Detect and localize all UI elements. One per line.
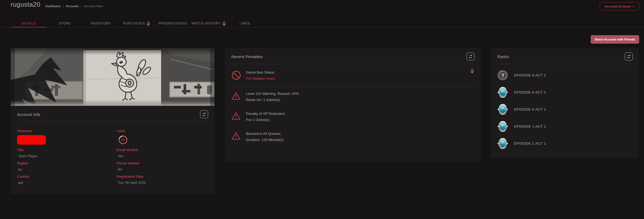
- account-field: Title Team Player: [17, 148, 109, 158]
- game-ban-status-label: Game Ban Status: [246, 70, 275, 74]
- tab-inventory[interactable]: INVENTORY: [83, 20, 119, 27]
- penalty-line2: For 1 Game(s).: [246, 118, 285, 122]
- tab-purchases[interactable]: PURCHASES: [119, 20, 155, 27]
- breadcrumb-accounts[interactable]: Accounts: [66, 5, 78, 8]
- rank-badge-icon: [497, 121, 508, 132]
- field-label: Title: [17, 148, 109, 152]
- tab-label: DETAILS: [21, 22, 36, 25]
- ranks-title: Ranks: [497, 54, 509, 59]
- field-label: Country: [17, 175, 109, 179]
- tab-label: PURCHASES: [123, 22, 145, 25]
- field-label: Phone Verified: [117, 161, 208, 165]
- rank-badge-icon: [497, 138, 508, 149]
- account-actions-label: Account Actions: [605, 5, 631, 8]
- tab-label: INVENTORY: [90, 22, 111, 25]
- field-value: No: [117, 167, 208, 171]
- account-field: Nickname: [17, 129, 109, 145]
- svg-text:?: ?: [501, 73, 504, 78]
- tab-label: STORE: [59, 22, 71, 25]
- rank-row: EPISODE 6 ACT 2: [497, 87, 633, 98]
- warning-triangle-icon: [231, 112, 241, 120]
- field-value: eu: [17, 167, 109, 171]
- field-value: aut: [17, 181, 109, 185]
- penalty-line2: Duration: 120 Minute(s): [246, 138, 284, 142]
- page-title: rugusta20: [11, 1, 40, 8]
- recent-penalties-title: Recent Penalties: [231, 54, 263, 59]
- flame-icon: [470, 68, 474, 74]
- redacted-nickname-value: [17, 135, 46, 145]
- recent-penalties-card: Recent Penalties Game Ban Status For Rad…: [225, 48, 481, 162]
- breadcrumb: Dashboard | Accounts | Account View: [45, 5, 103, 8]
- tab-details[interactable]: DETAILS: [11, 20, 47, 27]
- field-value: Tue 7th April 2020: [117, 181, 208, 185]
- account-field: Phone Verified No: [117, 161, 208, 171]
- rooster-poster-banner-art: [11, 48, 214, 106]
- refresh-icon: [627, 55, 631, 59]
- account-field: Level 27: [117, 129, 208, 145]
- share-account-button[interactable]: Share Account with Friends: [591, 35, 639, 44]
- tab-links[interactable]: LINKS: [227, 20, 263, 27]
- rank-list: ? EPISODE 8 ACT 1 EPISODE 6 ACT 2 EPISOD…: [491, 64, 639, 149]
- rank-badge-icon: [497, 104, 508, 115]
- rank-badge-icon: [497, 87, 508, 98]
- penalty-line2: Reset On: 1 Game(s): [246, 98, 299, 102]
- game-ban-status-row: Game Ban Status For Radiant Users: [225, 64, 481, 86]
- tab-bar: DETAILS STORE INVENTORY PURCHASES PROGRE…: [0, 20, 644, 27]
- warning-triangle-icon: [231, 92, 241, 100]
- level-value: 27: [118, 135, 128, 145]
- field-label: Nickname: [17, 129, 109, 133]
- refresh-penalties-button[interactable]: [467, 52, 475, 60]
- penalty-row: Penalty of XP Reduction For 1 Game(s).: [225, 106, 481, 126]
- rank-label: EPISODE 6 ACT 2: [514, 90, 546, 94]
- rank-label: EPISODE 8 ACT 1: [514, 73, 546, 77]
- penalty-row: Level 110 Warning. Reason: AFK Reset On:…: [225, 86, 481, 106]
- tab-store[interactable]: STORE: [47, 20, 83, 27]
- penalty-row: Banned in All Queues Duration: 120 Minut…: [225, 126, 481, 146]
- tab-label: PROGRESSIONS: [158, 22, 187, 25]
- account-field: Registration Date Tue 7th April 2020: [117, 175, 208, 185]
- field-label: Region: [17, 161, 109, 165]
- ranks-card: Ranks ? EPISODE 8 ACT 1 EPISODE 6 ACT 2 …: [491, 48, 639, 158]
- field-label: Level: [117, 129, 208, 133]
- rank-row: EPISODE 1 ACT 2: [497, 121, 633, 132]
- account-info-title: Account Info: [17, 112, 40, 117]
- account-fields-left-column: Nickname Title Team Player Region eu Cou…: [17, 129, 109, 188]
- refresh-icon: [469, 55, 473, 59]
- account-field: Region eu: [17, 161, 109, 171]
- penalty-line1: Level 110 Warning. Reason: AFK: [246, 92, 299, 96]
- rank-row: EPISODE 1 ACT 1: [497, 138, 633, 149]
- tab-label: MATCH HISTORY: [192, 22, 220, 25]
- tab-progressions[interactable]: PROGRESSIONS: [155, 20, 191, 27]
- refresh-ranks-button[interactable]: [625, 52, 633, 60]
- no-entry-icon: [231, 70, 241, 80]
- penalty-line1: Banned in All Queues: [246, 132, 284, 136]
- rank-row: ? EPISODE 8 ACT 1: [497, 70, 633, 81]
- rank-label: EPISODE 1 ACT 2: [514, 124, 546, 128]
- account-view-page: rugusta20 Dashboard | Accounts | Account…: [0, 0, 644, 219]
- flame-icon: [222, 21, 226, 26]
- warning-triangle-icon: [231, 132, 241, 140]
- level-ring: 27: [118, 135, 128, 145]
- field-value: Yes: [117, 154, 208, 158]
- game-ban-status-value: For Radiant Users: [246, 76, 275, 80]
- field-value: Team Player: [17, 154, 109, 158]
- account-fields: Nickname Title Team Player Region eu Cou…: [11, 122, 214, 188]
- breadcrumb-dashboard[interactable]: Dashboard: [45, 5, 60, 8]
- breadcrumb-separator: |: [63, 5, 63, 8]
- account-field: Country aut: [17, 175, 109, 185]
- account-fields-right-column: Level 27 Email Verified Yes Phone Verifi…: [117, 129, 208, 188]
- unranked-badge-icon: ?: [497, 70, 508, 81]
- account-actions-button[interactable]: Account Actions ▾: [600, 2, 639, 10]
- breadcrumb-account-view: Account View: [84, 5, 103, 8]
- tab-match-history[interactable]: MATCH HISTORY: [191, 20, 227, 27]
- rank-row: EPISODE 6 ACT 1: [497, 104, 633, 115]
- penalty-line1: Penalty of XP Reduction: [246, 112, 285, 116]
- rank-label: EPISODE 6 ACT 1: [514, 107, 546, 111]
- refresh-icon: [202, 112, 206, 116]
- account-info-card: Account Info Nickname Title Team Player …: [11, 48, 214, 194]
- account-field: Email Verified Yes: [117, 148, 208, 158]
- chevron-down-icon: ▾: [633, 5, 634, 8]
- field-label: Registration Date: [117, 175, 208, 179]
- flame-icon: [146, 21, 150, 26]
- refresh-account-info-button[interactable]: [200, 110, 208, 118]
